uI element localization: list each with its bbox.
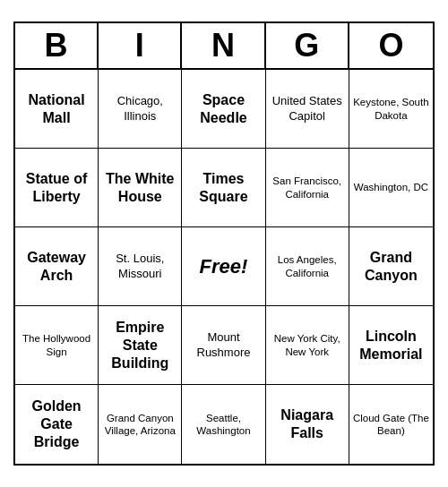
bingo-cell: United States Capitol (266, 70, 349, 149)
bingo-card: BINGO National MallChicago, IllinoisSpac… (13, 21, 435, 466)
header-letter: I (99, 23, 182, 68)
bingo-cell: Gateway Arch (15, 227, 99, 306)
bingo-cell: The White House (99, 149, 182, 227)
bingo-cell: Space Needle (182, 70, 265, 149)
header-letter: G (266, 23, 349, 68)
bingo-cell: Cloud Gate (The Bean) (349, 385, 433, 464)
bingo-cell: Grand Canyon (349, 227, 433, 306)
bingo-cell: New York City, New York (266, 306, 349, 385)
bingo-cell: The Hollywood Sign (15, 306, 99, 385)
bingo-cell: Los Angeles, California (266, 227, 349, 306)
bingo-cell: Washington, DC (349, 149, 433, 227)
header-letter: B (15, 23, 99, 68)
bingo-cell: Niagara Falls (266, 385, 349, 464)
bingo-cell: National Mall (15, 70, 99, 149)
bingo-cell: Mount Rushmore (182, 306, 265, 385)
bingo-header: BINGO (15, 23, 433, 70)
bingo-cell: Seattle, Washington (182, 385, 265, 464)
bingo-cell: Golden Gate Bridge (15, 385, 99, 464)
bingo-cell: Chicago, Illinois (99, 70, 182, 149)
header-letter: N (182, 23, 265, 68)
bingo-grid: National MallChicago, IllinoisSpace Need… (15, 70, 433, 464)
header-letter: O (349, 23, 433, 68)
bingo-cell: San Francisco, California (266, 149, 349, 227)
bingo-cell: Keystone, South Dakota (349, 70, 433, 149)
bingo-cell: Empire State Building (99, 306, 182, 385)
bingo-cell: St. Louis, Missouri (99, 227, 182, 306)
bingo-cell: Grand Canyon Village, Arizona (99, 385, 182, 464)
bingo-cell: Lincoln Memorial (349, 306, 433, 385)
bingo-cell: Statue of Liberty (15, 149, 99, 227)
bingo-cell: Free! (182, 227, 265, 306)
bingo-cell: Times Square (182, 149, 265, 227)
